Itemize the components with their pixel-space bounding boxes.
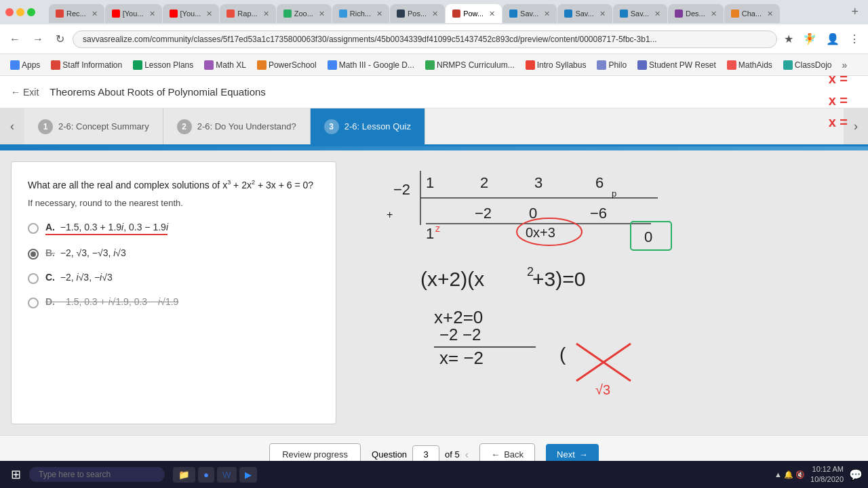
back-arrow-icon: ← [491,449,500,460]
browser-tab-t8[interactable]: Pow...✕ [446,4,502,23]
lesson-tab-2[interactable]: 22-6: Do You Understand? [163,108,311,144]
svg-text:−2: −2 [393,181,410,198]
taskbar-app-word[interactable]: W [217,467,237,483]
bookmark-philo[interactable]: Philo [592,58,631,72]
svg-text:p: p [612,188,616,199]
svg-text:+: + [387,209,393,220]
address-bar[interactable] [73,30,777,48]
answer-label-a: A. −1.5, 0.3 + 1.9i, 0.3 − 1.9i [45,222,168,235]
bookmark-mathaids[interactable]: MathAids [722,58,777,72]
lesson-tab-3[interactable]: 32-6: Lesson Quiz [311,108,425,144]
svg-text:z: z [435,223,440,234]
window-close-button[interactable] [5,8,14,16]
bookmark-math-xl[interactable]: Math XL [199,58,251,72]
back-label: Back [504,449,524,460]
extensions-button[interactable]: 🧚 [800,30,819,48]
tray-date: 10/8/2020 [810,474,844,485]
answer-option-c[interactable]: C. −2, i√3, −i√3 [28,272,319,284]
svg-text:0x+3: 0x+3 [526,225,555,240]
answer-label-b: B. −2, √3, −√3, i√3 [45,247,126,258]
svg-text:x= −2: x= −2 [439,348,484,368]
bookmark-apps[interactable]: Apps [5,58,45,72]
bookmark-math-iii---google-d...[interactable]: Math III - Google D... [323,58,419,72]
answer-label-c: C. −2, i√3, −i√3 [45,272,113,283]
bookmark-intro-syllabus[interactable]: Intro Syllabus [521,58,591,72]
browser-titlebar: Rec...✕[You...✕[You...✕Rap...✕Zoo...✕Ric… [0,0,868,24]
new-tab-button[interactable]: + [847,5,863,19]
browser-tab-t6[interactable]: Rich...✕ [332,4,389,23]
browser-tab-t12[interactable]: Des...✕ [668,4,724,23]
browser-tab-t3[interactable]: [You...✕ [163,4,220,23]
taskbar-apps: 📁 ● W ▶ [173,467,257,483]
browser-tab-t9[interactable]: Sav...✕ [502,4,557,23]
bookmark-staff-information[interactable]: Staff Information [46,58,127,72]
browser-tab-t2[interactable]: [You...✕ [105,4,162,23]
back-nav-button[interactable]: ← [5,30,24,48]
bookmarks-bar: AppsStaff InformationLesson PlansMath XL… [0,54,868,76]
radio-b[interactable] [28,249,39,260]
bookmark-nrmps-curriculum...[interactable]: NRMPS Curriculum... [420,58,519,72]
bookmark-powerschool[interactable]: PowerSchool [252,58,321,72]
window-maximize-button[interactable] [27,8,35,16]
reload-button[interactable]: ↻ [52,30,68,48]
forward-nav-button[interactable]: → [28,30,47,48]
browser-tab-t7[interactable]: Pos...✕ [390,4,445,23]
svg-text:2: 2 [480,174,488,191]
taskbar-app-zoom[interactable]: ▶ [239,467,257,483]
svg-text:−2: −2 [475,205,492,222]
bookmark-student-pw-reset[interactable]: Student PW Reset [633,58,721,72]
svg-point-15 [517,218,582,245]
prev-question-button[interactable]: ‹ [465,449,469,461]
next-label: Next [557,449,575,460]
tray-icons: ▲ 🔔 🔇 [774,470,805,479]
window-minimize-button[interactable] [16,8,24,16]
svg-text:(: ( [559,344,566,365]
svg-text:1: 1 [426,174,434,191]
svg-text:x+2=0: x+2=0 [434,307,483,327]
browser-tab-t13[interactable]: Cha...✕ [724,4,780,23]
browser-tab-t10[interactable]: Sav...✕ [557,4,612,23]
nav-icons: ★ 🧚 👤 ⋮ [781,30,863,48]
tab-bar: Rec...✕[You...✕[You...✕Rap...✕Zoo...✕Ric… [43,1,844,23]
savvas-topnav: ← Exit Theorems About Roots of Polynomia… [0,76,868,108]
taskbar-app-explorer[interactable]: 📁 [173,467,195,483]
answer-option-d[interactable]: D. −1.5, 0.3 + i√1.9, 0.3 − i√1.9 [28,296,319,308]
taskbar-app-chrome[interactable]: ● [198,467,214,483]
taskbar-search-input[interactable] [29,467,165,482]
bookmark-star-button[interactable]: ★ [781,30,796,48]
question-label: Question [372,449,407,460]
prev-tab-button[interactable]: ‹ [0,108,24,144]
svg-text:−2  −2: −2 −2 [439,325,481,344]
start-button[interactable]: ⊞ [5,464,26,485]
menu-button[interactable]: ⋮ [846,30,863,48]
svg-text:1: 1 [426,225,434,242]
handwriting-svg: −2 1 2 3 6 p + −2 0 −6 1 z 0x+3 [326,150,868,435]
browser-tab-t5[interactable]: Zoo...✕ [277,4,332,23]
svg-text:−6: −6 [590,205,607,222]
back-arrow-icon: ← [11,87,20,98]
radio-d[interactable] [28,298,39,308]
quiz-area: What are all the real and complex soluti… [0,150,868,435]
question-text: What are all the real and complex soluti… [28,178,319,192]
app-content: ← Exit Theorems About Roots of Polynomia… [0,76,868,473]
answer-option-a[interactable]: A. −1.5, 0.3 + 1.9i, 0.3 − 1.9i [28,222,319,235]
notification-button[interactable]: 💬 [849,468,863,481]
answer-option-b[interactable]: B. −2, √3, −√3, i√3 [28,247,319,260]
browser-tab-t11[interactable]: Sav...✕ [613,4,667,23]
window-controls[interactable] [5,8,35,16]
browser-tab-t4[interactable]: Rap...✕ [220,4,275,23]
exit-button[interactable]: ← Exit [11,87,39,98]
tray-time: 10:12 AM 10/8/2020 [810,464,844,485]
radio-a[interactable] [28,223,39,234]
svg-text:+3)=0: +3)=0 [532,268,585,290]
browser-tab-t1[interactable]: Rec...✕ [49,4,104,23]
lesson-tabs: ‹ 12-6: Concept Summary22-6: Do You Unde… [0,108,868,146]
next-arrow-icon: → [579,449,588,460]
bookmark-lesson-plans[interactable]: Lesson Plans [128,58,198,72]
svg-rect-17 [631,222,671,250]
profile-button[interactable]: 👤 [823,30,842,48]
lesson-tab-1[interactable]: 12-6: Concept Summary [24,108,163,144]
radio-c[interactable] [28,273,39,284]
lesson-tabs-container: 12-6: Concept Summary22-6: Do You Unders… [24,108,425,144]
breadcrumb-title: Theorems About Roots of Polynomial Equat… [50,86,266,98]
